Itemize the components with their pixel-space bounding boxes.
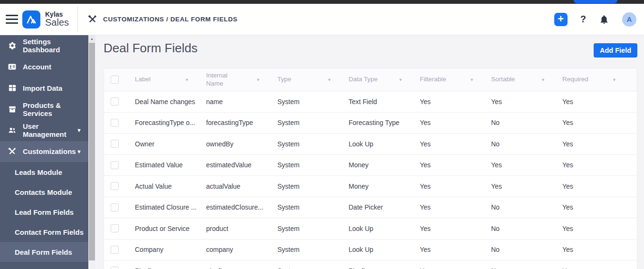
row-checkbox-cell: [104, 97, 135, 106]
id-card-icon: [8, 62, 17, 71]
column-header-label: Label: [135, 76, 151, 84]
brand-text: Kylas Sales: [45, 11, 69, 28]
column-header-internal-name[interactable]: Internal Name▼: [206, 68, 277, 91]
add-field-button[interactable]: Add Field: [594, 43, 637, 58]
scrollbar-up-arrow[interactable]: ▲: [88, 35, 95, 42]
filter-dropdown-icon[interactable]: ▼: [398, 77, 403, 82]
cell-type: System: [277, 183, 349, 190]
table-row[interactable]: Estimated ValueestimatedValueSystemMoney…: [104, 155, 637, 176]
tools-icon: [8, 147, 17, 156]
cell-filterable: Yes: [420, 203, 491, 211]
sidebar-subitem-contact-form-fields[interactable]: Contact Form Fields: [0, 222, 88, 242]
cell-sortable: No: [491, 203, 562, 211]
cell-label: Product or Service: [135, 225, 206, 232]
scrollbar-thumb[interactable]: [89, 43, 95, 260]
brand-product: Sales: [45, 18, 69, 28]
avatar[interactable]: A: [622, 12, 636, 27]
column-header-required[interactable]: Required▼: [562, 68, 634, 91]
table-row[interactable]: PipelinepipelineSystemPipelineYesNoYes: [104, 260, 637, 269]
column-header-sortable[interactable]: Sortable▼: [491, 68, 562, 91]
row-checkbox[interactable]: [111, 267, 119, 269]
table-row[interactable]: OwnerownedBySystemLook UpYesNoYes: [104, 134, 637, 155]
table-row[interactable]: Actual ValueactualValueSystemMoneyYesYes…: [104, 176, 637, 197]
column-header-label: Sortable: [491, 76, 515, 84]
cell-label: Estimated Value: [135, 161, 206, 169]
filter-dropdown-icon[interactable]: ▼: [185, 77, 189, 82]
gear-icon: [8, 41, 17, 50]
column-header-label: Filterable: [420, 76, 446, 84]
table-row[interactable]: CompanycompanySystemLook UpYesNoYes: [104, 240, 637, 261]
cell-data-type: Look Up: [349, 225, 420, 232]
help-icon[interactable]: ?: [580, 14, 586, 25]
table-header-row: Label▼Internal Name▼Type▼Data Type▼Filte…: [104, 68, 637, 91]
table-row[interactable]: Estimated Closure ...estimatedClosure...…: [104, 197, 637, 219]
cell-data-type: Money: [349, 183, 420, 190]
filter-dropdown-icon[interactable]: ▼: [256, 77, 260, 82]
cell-internal-name: company: [206, 246, 277, 253]
row-checkbox-cell: [104, 119, 135, 127]
row-checkbox[interactable]: [111, 182, 119, 190]
cell-internal-name: pipeline: [206, 267, 277, 269]
cell-filterable: Yes: [420, 161, 491, 169]
cell-type: System: [277, 203, 349, 211]
sidebar-item-account[interactable]: Account: [0, 57, 88, 78]
cell-data-type: Look Up: [349, 246, 420, 253]
sidebar-item-user-management[interactable]: User Management▼: [0, 120, 88, 141]
sidebar-subitem-lead-form-fields[interactable]: Lead Form Fields: [0, 202, 88, 222]
row-checkbox[interactable]: [111, 161, 119, 169]
row-checkbox[interactable]: [111, 119, 119, 127]
kylas-logo[interactable]: [22, 10, 40, 29]
table-row[interactable]: ForecastingType o...forecastingTypeSyste…: [104, 113, 637, 134]
cell-filterable: Yes: [420, 140, 491, 148]
table-row[interactable]: Deal Name changesnameSystemText FieldYes…: [104, 91, 637, 113]
sidebar-item-customizations[interactable]: Customizations▼: [0, 141, 88, 163]
cell-internal-name: actualValue: [206, 183, 277, 190]
column-header-type[interactable]: Type▼: [277, 68, 349, 91]
row-checkbox[interactable]: [111, 246, 119, 254]
cell-data-type: Forecasting Type: [349, 119, 420, 126]
sidebar-scrollbar[interactable]: ▲: [88, 35, 95, 269]
browser-tab-pill: [574, 0, 617, 3]
cell-internal-name: ownedBy: [206, 140, 277, 148]
cell-sortable: Yes: [491, 98, 562, 106]
filter-dropdown-icon[interactable]: ▼: [612, 77, 616, 82]
sidebar-item-settings-dashboard[interactable]: Settings Dashboard: [0, 35, 88, 57]
sidebar-item-import-data[interactable]: Import Data: [0, 77, 88, 99]
row-checkbox[interactable]: [111, 97, 119, 106]
column-header-filterable[interactable]: Filterable▼: [420, 68, 491, 91]
row-checkbox[interactable]: [111, 224, 119, 232]
select-all-checkbox[interactable]: [111, 76, 119, 84]
quick-add-button[interactable]: +: [554, 13, 568, 26]
cell-required: Yes: [562, 161, 634, 169]
table-row[interactable]: Product or ServiceproductSystemLook UpYe…: [104, 218, 637, 240]
sidebar-item-label: Account: [23, 63, 51, 71]
sidebar: Settings DashboardAccountImport DataProd…: [0, 35, 88, 269]
sidebar-subitem-contacts-module[interactable]: Contacts Module: [0, 182, 88, 202]
table-icon: [8, 84, 17, 93]
cell-sortable: No: [491, 119, 562, 126]
row-checkbox-cell: [104, 203, 135, 211]
row-checkbox-cell: [104, 140, 135, 148]
column-header-label[interactable]: Label▼: [135, 68, 206, 91]
column-header-data-type[interactable]: Data Type▼: [349, 68, 420, 91]
column-header-label: Data Type: [349, 76, 378, 84]
filter-dropdown-icon[interactable]: ▼: [327, 77, 331, 82]
filter-dropdown-icon[interactable]: ▼: [470, 77, 474, 82]
row-checkbox[interactable]: [111, 203, 119, 211]
sidebar-item-products-services[interactable]: Products & Services: [0, 99, 88, 120]
cell-label: Owner: [135, 140, 206, 148]
sidebar-subitem-leads-module[interactable]: Leads Module: [0, 162, 88, 182]
filter-dropdown-icon[interactable]: ▼: [541, 77, 545, 82]
cell-type: System: [277, 98, 349, 106]
hamburger-menu-icon[interactable]: [6, 13, 18, 26]
row-checkbox-cell: [104, 246, 135, 254]
cell-filterable: Yes: [420, 183, 491, 190]
sidebar-item-label: User Management: [23, 122, 76, 138]
browser-chrome-bar: [0, 0, 644, 4]
cell-label: Deal Name changes: [135, 98, 206, 106]
sidebar-item-label: Products & Services: [23, 101, 84, 117]
notifications-bell-icon[interactable]: [599, 14, 609, 25]
row-checkbox[interactable]: [111, 140, 119, 148]
sidebar-subitem-deal-form-fields[interactable]: Deal Form Fields: [0, 242, 88, 262]
cell-required: Yes: [562, 119, 634, 126]
